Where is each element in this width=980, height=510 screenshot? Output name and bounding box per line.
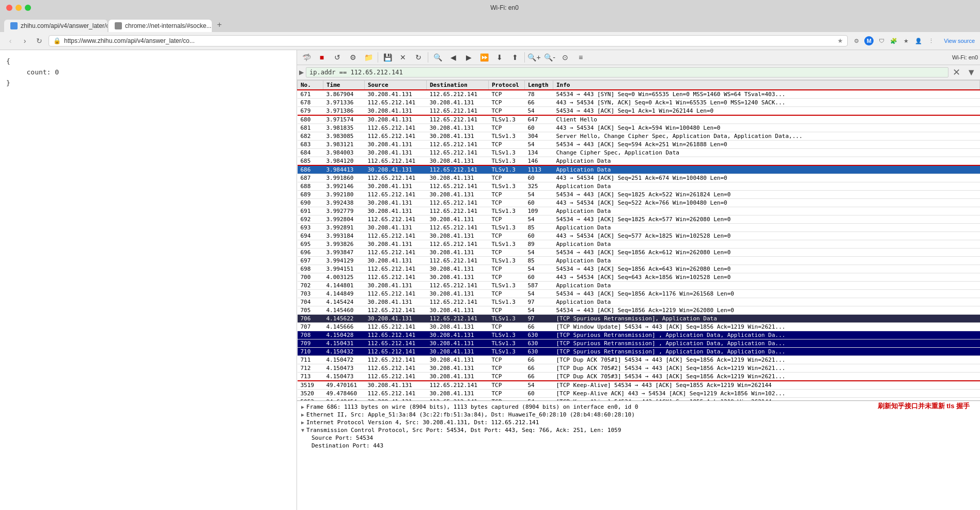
packet-row-713[interactable]: 7134.150473112.65.212.14130.208.41.131TC… — [298, 373, 980, 381]
packet-row-711[interactable]: 7114.150472112.65.212.14130.208.41.131TC… — [298, 356, 980, 364]
packet-row-706[interactable]: 7064.14562230.208.41.131112.65.212.141TL… — [298, 315, 980, 323]
cell-len: 66 — [525, 356, 553, 364]
puzzle-icon[interactable]: 🧩 — [889, 36, 898, 45]
detail-row-0[interactable]: ▶ Frame 686: 1113 bytes on wire (8904 bi… — [301, 403, 976, 411]
cell-dst: 112.65.212.141 — [427, 165, 489, 174]
cell-len: 134 — [525, 149, 553, 157]
cell-no: 3519 — [298, 381, 323, 390]
packet-row-691[interactable]: 6913.99277930.208.41.131112.65.212.141TL… — [298, 207, 980, 215]
cell-src: 112.65.212.141 — [365, 132, 427, 141]
packet-row-684[interactable]: 6843.98400330.208.41.131112.65.212.141TL… — [298, 149, 980, 157]
filter-input[interactable] — [306, 67, 948, 78]
packet-row-679[interactable]: 6793.97138630.208.41.131112.65.212.141TC… — [298, 107, 980, 116]
menu-icon[interactable]: ⋮ — [926, 36, 936, 45]
tab-netinternals[interactable]: chrome://net-internals/#socke... ✕ — [108, 20, 212, 32]
ws-down-btn[interactable]: ⬇ — [492, 51, 507, 64]
detail-row-1[interactable]: ▶ Ethernet II, Src: Apple_51:3a:84 (3c:2… — [301, 411, 976, 419]
packet-row-682[interactable]: 6823.983085112.65.212.14130.208.41.131TL… — [298, 132, 980, 141]
maximize-button[interactable] — [25, 5, 31, 11]
extensions-icon[interactable]: ⚙ — [852, 36, 861, 45]
packet-row-671[interactable]: 6713.86790430.208.41.131112.65.212.141TC… — [298, 90, 980, 99]
packet-row-700[interactable]: 7004.003125112.65.212.14130.208.41.131TC… — [298, 273, 980, 282]
ws-up-btn[interactable]: ⬆ — [508, 51, 522, 64]
view-source-link[interactable]: View source — [944, 38, 975, 44]
filter-clear-btn[interactable]: ✕ — [951, 67, 962, 78]
ws-folder-btn[interactable]: 📁 — [361, 51, 376, 64]
new-tab-button[interactable]: + — [213, 18, 226, 32]
packet-row-680[interactable]: 6803.97157430.208.41.131112.65.212.141TL… — [298, 115, 980, 124]
detail-row-2[interactable]: ▶ Internet Protocol Version 4, Src: 30.2… — [301, 419, 976, 426]
packet-row-692[interactable]: 6923.992804112.65.212.14130.208.41.131TC… — [298, 215, 980, 224]
ws-col-btn[interactable]: ≡ — [573, 51, 588, 64]
star-icon[interactable]: ★ — [901, 36, 911, 45]
forward-button[interactable]: › — [20, 36, 30, 46]
cell-len: 54 — [525, 306, 553, 315]
url-bar[interactable]: 🔒 https://www.zhihu.com/api/v4/answer_la… — [49, 35, 848, 47]
cell-time: 4.145460 — [323, 306, 365, 315]
filter-apply-btn[interactable]: ▼ — [965, 67, 978, 78]
cell-len: 66 — [525, 373, 553, 381]
packet-row-704[interactable]: 7044.14542430.208.41.131112.65.212.141TL… — [298, 298, 980, 306]
packet-row-697[interactable]: 6973.99412930.208.41.131112.65.212.141TL… — [298, 257, 980, 265]
ws-stop-btn[interactable]: ■ — [315, 51, 329, 64]
packet-row-693[interactable]: 6933.99289130.208.41.131112.65.212.141TL… — [298, 224, 980, 232]
reload-button[interactable]: ↻ — [34, 36, 44, 46]
ws-close-btn[interactable]: ✕ — [396, 51, 410, 64]
cell-proto: TCP — [489, 124, 525, 132]
cell-no: 691 — [298, 207, 323, 215]
packet-row-685[interactable]: 6853.984120112.65.212.14130.208.41.131TL… — [298, 157, 980, 166]
close-button[interactable] — [6, 5, 12, 11]
packet-row-3519[interactable]: 351949.47016130.208.41.131112.65.212.141… — [298, 381, 980, 390]
packet-row-681[interactable]: 6813.981835112.65.212.14130.208.41.131TC… — [298, 124, 980, 132]
ws-search-btn[interactable]: 🔍 — [430, 51, 445, 64]
packet-row-709[interactable]: 7094.150431112.65.212.14130.208.41.131TL… — [298, 339, 980, 348]
ws-shark-btn[interactable]: 🦈 — [299, 51, 314, 64]
packet-row-686[interactable]: 6863.98441330.208.41.131112.65.212.141TL… — [298, 165, 980, 174]
packet-row-707[interactable]: 7074.145666112.65.212.14130.208.41.131TC… — [298, 323, 980, 331]
packet-row-689[interactable]: 6893.992180112.65.212.14130.208.41.131TC… — [298, 191, 980, 199]
packet-row-710[interactable]: 7104.150432112.65.212.14130.208.41.131TL… — [298, 348, 980, 356]
profile-icon[interactable]: M — [864, 36, 874, 45]
ws-next-btn[interactable]: ▶ — [461, 51, 476, 64]
packet-row-687[interactable]: 6873.991860112.65.212.14130.208.41.131TC… — [298, 174, 980, 182]
ws-zoom-in-btn[interactable]: 🔍+ — [527, 51, 541, 64]
ws-reload-btn[interactable]: ↻ — [411, 51, 426, 64]
cell-no: 692 — [298, 215, 323, 224]
packet-row-712[interactable]: 7124.150473112.65.212.14130.208.41.131TC… — [298, 364, 980, 373]
packet-row-694[interactable]: 6943.993184112.65.212.14130.208.41.131TC… — [298, 232, 980, 240]
ws-save-btn[interactable]: 💾 — [380, 51, 395, 64]
packet-row-683[interactable]: 6833.98312130.208.41.131112.65.212.141TC… — [298, 141, 980, 149]
packet-row-696[interactable]: 6963.993847112.65.212.14130.208.41.131TC… — [298, 249, 980, 257]
ws-go-btn[interactable]: ⏩ — [477, 51, 491, 64]
packet-row-708[interactable]: 7084.150428112.65.212.14130.208.41.131TL… — [298, 331, 980, 339]
tab-zhihu[interactable]: zhihu.com/api/v4/answer_later/co... ✕ — [4, 20, 107, 32]
user-icon[interactable]: 👤 — [914, 36, 923, 45]
ws-zoom-reset-btn[interactable]: ⊙ — [558, 51, 572, 64]
ws-options-btn[interactable]: ⚙ — [346, 51, 360, 64]
ws-zoom-out-btn[interactable]: 🔍- — [542, 51, 557, 64]
minimize-button[interactable] — [15, 5, 22, 11]
packet-row-702[interactable]: 7024.14480130.208.41.131112.65.212.141TL… — [298, 282, 980, 290]
cell-no: 671 — [298, 90, 323, 99]
packet-row-3520[interactable]: 352049.478460112.65.212.14130.208.41.131… — [298, 390, 980, 398]
cell-dst: 112.65.212.141 — [427, 298, 489, 306]
cell-dst: 30.208.41.131 — [427, 249, 489, 257]
cell-no: 703 — [298, 290, 323, 298]
packet-row-678[interactable]: 6783.971336112.65.212.14130.208.41.131TC… — [298, 99, 980, 107]
packet-list[interactable]: No. Time Source Destination Protocol Len… — [297, 80, 980, 400]
packet-row-695[interactable]: 6953.99382630.208.41.131112.65.212.141TL… — [298, 240, 980, 249]
back-button[interactable]: ‹ — [5, 36, 15, 46]
packet-row-703[interactable]: 7034.144849112.65.212.14130.208.41.131TC… — [298, 290, 980, 298]
packet-row-698[interactable]: 6983.994151112.65.212.14130.208.41.131TC… — [298, 265, 980, 273]
packet-row-688[interactable]: 6883.99214630.208.41.131112.65.212.141TL… — [298, 182, 980, 191]
shield-icon[interactable]: 🛡 — [877, 36, 886, 45]
ws-prev-btn[interactable]: ◀ — [446, 51, 460, 64]
detail-row-3[interactable]: ▼ Transmission Control Protocol, Src Por… — [301, 426, 976, 434]
packet-row-690[interactable]: 6903.99243830.208.41.131112.65.212.141TC… — [298, 199, 980, 207]
cell-proto: TCP — [489, 356, 525, 364]
ws-restart-btn[interactable]: ↺ — [330, 51, 345, 64]
cell-info: 54534 → 443 [ACK] Seq=1856 Ack=1219 Win=… — [553, 306, 980, 315]
packet-row-705[interactable]: 7054.145460112.65.212.14130.208.41.131TC… — [298, 306, 980, 315]
url-text: https://www.zhihu.com/api/v4/answer_late… — [64, 37, 834, 44]
cell-no: 698 — [298, 265, 323, 273]
